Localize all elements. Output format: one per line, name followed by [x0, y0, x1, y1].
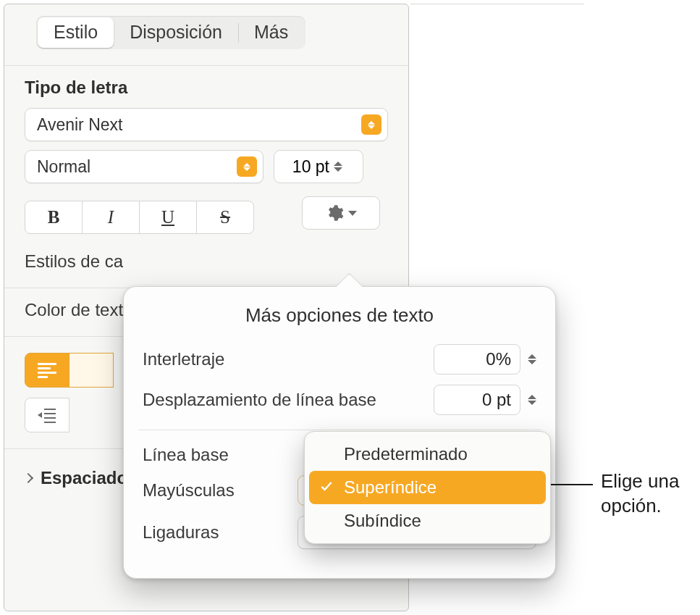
menu-item-default[interactable]: Predeterminado: [309, 438, 546, 471]
disclosure-chevron-icon: [23, 473, 33, 483]
font-size-stepper[interactable]: [334, 162, 342, 172]
font-size-field[interactable]: [274, 150, 363, 183]
font-family-popup[interactable]: Avenir Next: [25, 108, 388, 141]
chevron-down-icon: [348, 211, 357, 216]
baseline-shift-label: Desplazamiento de línea base: [143, 390, 376, 410]
spacing-label: Espaciado: [41, 468, 127, 488]
divider: [4, 65, 408, 66]
divider: [138, 430, 541, 430]
tracking-value[interactable]: 0%: [434, 344, 520, 375]
character-styles-label: Estilos de ca: [25, 251, 388, 272]
advanced-options-button[interactable]: [302, 196, 380, 230]
underline-button[interactable]: U: [139, 201, 197, 234]
menu-item-label: Predeterminado: [344, 444, 468, 464]
outdent-button[interactable]: [25, 398, 69, 432]
italic-button[interactable]: I: [82, 201, 140, 234]
font-style-popup[interactable]: Normal: [25, 150, 263, 183]
caps-label: Mayúsculas: [143, 480, 235, 501]
ligatures-label: Ligaduras: [143, 522, 219, 543]
tracking-stepper[interactable]: [528, 354, 536, 364]
popup-caret-icon: [237, 156, 257, 177]
align-left-icon: [38, 361, 56, 380]
tracking-row: Interletraje 0%: [143, 344, 536, 375]
baseline-shift-value[interactable]: 0 pt: [434, 385, 520, 415]
align-center-button[interactable]: [69, 353, 114, 388]
svg-marker-4: [38, 412, 42, 418]
baseline-label: Línea base: [143, 445, 229, 465]
baseline-shift-stepper[interactable]: [528, 395, 536, 405]
inspector-tabs: Estilo Disposición Más: [36, 16, 305, 49]
baseline-menu: Predeterminado Superíndice Subíndice: [304, 431, 551, 544]
check-icon: [319, 477, 334, 498]
popup-caret-icon: [361, 114, 381, 135]
align-left-button[interactable]: [25, 353, 69, 388]
tab-style[interactable]: Estilo: [38, 17, 114, 48]
baseline-shift-row: Desplazamiento de línea base 0 pt: [143, 385, 536, 415]
menu-item-label: Subíndice: [344, 511, 421, 531]
menu-item-label: Superíndice: [344, 477, 437, 498]
menu-item-superscript[interactable]: Superíndice: [309, 471, 546, 504]
font-section-title: Tipo de letra: [25, 78, 388, 98]
font-style-value: Normal: [37, 157, 90, 177]
menu-item-subscript[interactable]: Subíndice: [309, 504, 546, 537]
gear-icon: [325, 204, 344, 222]
tab-more[interactable]: Más: [238, 17, 304, 48]
callout-text: Elige una opción.: [601, 469, 679, 519]
tracking-label: Interletraje: [143, 349, 224, 369]
bold-button[interactable]: B: [25, 201, 83, 234]
outdent-icon: [37, 407, 57, 423]
tab-layout[interactable]: Disposición: [114, 17, 238, 48]
text-style-group: B I U S: [25, 201, 254, 234]
popover-title: Más opciones de texto: [143, 304, 536, 327]
font-size-input[interactable]: [279, 157, 329, 177]
font-family-value: Avenir Next: [37, 115, 122, 135]
callout-leader-line: [549, 484, 593, 485]
strikethrough-button[interactable]: S: [196, 201, 254, 234]
